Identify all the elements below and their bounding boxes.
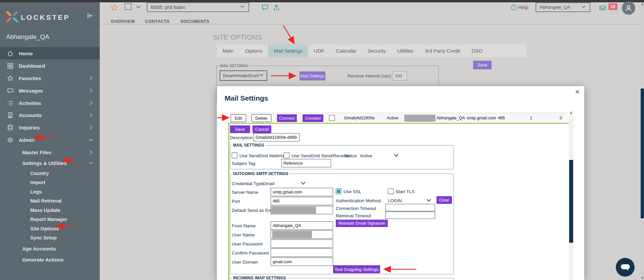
server-name-input[interactable] <box>271 188 333 196</box>
upload-icon[interactable] <box>273 4 280 13</box>
confirm-password-input[interactable] <box>271 248 333 257</box>
tab-main[interactable]: Main <box>217 45 239 57</box>
user-domain-input[interactable] <box>271 258 333 266</box>
user-domain-label: User Domain <box>232 260 258 265</box>
sendgrid-sendreceive-checkbox[interactable] <box>284 153 289 158</box>
chevron-down-icon <box>239 4 245 10</box>
chat-icon[interactable] <box>261 4 269 13</box>
tab-utilities[interactable]: Utilities <box>392 45 419 57</box>
tab-documents[interactable]: DOCUMENTS <box>181 19 210 24</box>
retrieval-timeout-input[interactable] <box>385 212 435 219</box>
sidebar-item-settings-utilities[interactable]: Settings & Utilities <box>0 157 100 169</box>
sidebar-item-activities[interactable]: Activities <box>0 97 100 109</box>
edit-button[interactable]: Edit <box>231 114 246 122</box>
clear-button[interactable]: Clear <box>436 196 452 204</box>
save-button[interactable]: Save <box>230 125 250 133</box>
sidebar-item-favorites[interactable]: Favorites <box>0 72 100 84</box>
test-outgoing-button[interactable]: Test Outgoing Settings <box>333 265 380 273</box>
scroll-down-arrow-icon[interactable] <box>641 277 643 279</box>
sidebar-item-home[interactable]: Home <box>0 47 100 59</box>
sidebar-item-import[interactable]: Import <box>0 178 100 187</box>
row-server: smtp.gmail.com <box>467 116 496 120</box>
from-name-input[interactable] <box>271 221 333 230</box>
credential-chevron-down-icon[interactable] <box>300 181 307 187</box>
user-password-input[interactable] <box>271 239 333 248</box>
sidebar-item-messages[interactable]: Messages <box>0 85 100 97</box>
modal-scrollbar-thumb[interactable] <box>569 160 573 243</box>
tab-dso[interactable]: DSO <box>466 45 488 57</box>
modal-scrollbar[interactable] <box>569 111 573 280</box>
use-ssl-label: Use SSL <box>343 189 361 194</box>
tab-security[interactable]: Security <box>362 45 392 57</box>
record-checkbox[interactable] <box>125 3 132 10</box>
account-select[interactable]: Abhangale_QA <box>536 2 590 12</box>
scroll-up-arrow-icon[interactable] <box>570 112 572 114</box>
receive-interval-input[interactable] <box>393 71 407 80</box>
tab-udf[interactable]: UDF <box>308 45 330 57</box>
sidebar-item-logs[interactable]: Logs <box>0 187 100 197</box>
site-save-button[interactable]: Save <box>473 61 492 69</box>
sidebar-item-generate-actions[interactable]: Generate Actions <box>0 254 100 266</box>
status-chevron-down-icon[interactable] <box>393 153 400 159</box>
description-input[interactable] <box>254 133 300 142</box>
connection-timeout-input[interactable] <box>385 204 435 211</box>
auth-chevron-down-icon[interactable] <box>425 198 432 204</box>
sidebar: LOCKSTEP Abhangale_QA Home Dashboard Fav… <box>0 2 100 280</box>
tab-calendar[interactable]: Calendar <box>330 45 362 57</box>
sendgrid-sendreceive-label: Use SendGrid Send/Receive <box>291 153 350 158</box>
favorite-star-icon[interactable] <box>110 4 118 13</box>
page-scrollbar[interactable] <box>641 2 644 280</box>
mail-account-row[interactable]: Edit Delete Connect Connect Gmail|4d1190… <box>223 113 569 123</box>
sendgrid-webhook-label: Use SendGrid WebHook <box>239 153 289 158</box>
sidebar-collapse-icon[interactable] <box>86 12 94 21</box>
scroll-up-arrow-icon[interactable] <box>641 3 643 5</box>
page-scrollbar-thumb[interactable] <box>641 89 644 218</box>
chevron-down-icon <box>581 5 586 10</box>
help-link[interactable]: Help <box>518 4 528 10</box>
redacted-value <box>404 115 435 122</box>
port-input[interactable] <box>271 197 333 205</box>
sidebar-item-admin[interactable]: Admin <box>0 134 100 146</box>
sidebar-item-accounts[interactable]: Accounts <box>0 109 100 121</box>
sidebar-item-master-files[interactable]: Master Files <box>0 146 100 158</box>
top-bar: l0055: phil foden Help Abhangale_QA 12 O… <box>100 2 641 24</box>
record-select[interactable]: l0055: phil foden <box>147 2 249 12</box>
auth-method-value: LOGIN <box>388 198 402 203</box>
sidebar-item-age-accounts[interactable]: Age Accounts <box>0 242 100 255</box>
sidebar-item-mass-update[interactable]: Mass Update <box>0 206 100 215</box>
sidebar-item-country[interactable]: Country <box>0 169 100 178</box>
maintain-signature-button[interactable]: Maintain Email Signature <box>336 220 388 227</box>
avatar[interactable] <box>622 1 635 15</box>
connect-button-1[interactable]: Connect <box>277 114 297 122</box>
use-ssl-checkbox[interactable] <box>336 188 341 194</box>
building-icon <box>7 112 14 120</box>
inbox-icon[interactable] <box>598 4 607 13</box>
sidebar-item-mail-retrieval[interactable]: Mail Retrieval <box>0 196 100 206</box>
chevron-down-icon[interactable] <box>135 4 142 11</box>
tab-options[interactable]: Options <box>239 45 268 57</box>
sidebar-item-site-options[interactable]: Site Options <box>0 224 100 233</box>
subject-tag-input[interactable] <box>281 159 331 167</box>
sendgrid-webhook-checkbox[interactable] <box>232 153 237 158</box>
tab-contacts[interactable]: CONTACTS <box>145 19 170 24</box>
tab-mail-settings[interactable]: Mail Settings <box>268 45 308 57</box>
mail-settings-button[interactable]: Mail Settings <box>300 71 325 80</box>
credential-type-value: Gmail <box>263 181 274 186</box>
chat-widget-button[interactable] <box>616 258 635 277</box>
mail-profile-select[interactable]: DreamHost|e31ce0 <box>220 70 267 81</box>
sidebar-item-report-manager[interactable]: Report Manager <box>0 215 100 224</box>
delete-button[interactable]: Delete <box>251 114 271 122</box>
sidebar-item-sync-setup[interactable]: Sync Setup <box>0 233 100 242</box>
sidebar-item-inquiries[interactable]: Inquiries <box>0 121 100 133</box>
connect-button-2[interactable]: Connect <box>303 114 323 122</box>
site-options-tabstrip: Main Options Mail Settings UDF Calendar … <box>217 45 526 57</box>
tab-overview[interactable]: OVERVIEW <box>111 19 135 24</box>
chevron-right-icon <box>88 149 94 157</box>
tab-3rd-party-credit[interactable]: 3rd Party Credit <box>419 45 466 57</box>
start-tls-checkbox[interactable] <box>388 188 394 194</box>
close-icon[interactable]: ✕ <box>573 87 581 97</box>
info-icon[interactable] <box>511 4 517 12</box>
sidebar-item-dashboard[interactable]: Dashboard <box>0 60 100 72</box>
cancel-button[interactable]: Cancel <box>252 125 271 133</box>
row-checkbox[interactable] <box>329 115 335 121</box>
